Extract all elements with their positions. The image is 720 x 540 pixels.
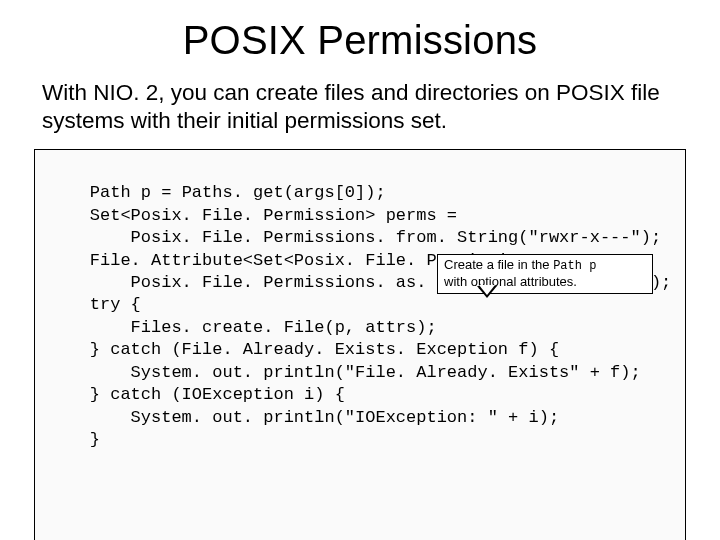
callout-line1-prefix: Create a file in the — [444, 257, 553, 272]
callout-line1-mono: Path p — [553, 259, 596, 273]
slide: POSIX Permissions With NIO. 2, you can c… — [0, 0, 720, 540]
callout-line2: with optional attributes. — [444, 274, 577, 289]
callout-box: Create a file in the Path p with optiona… — [437, 254, 653, 294]
callout-pointer-icon — [477, 286, 497, 298]
page-title: POSIX Permissions — [32, 18, 688, 63]
code-block: Path p = Paths. get(args[0]); Set<Posix.… — [34, 149, 686, 540]
code-text: Path p = Paths. get(args[0]); Set<Posix.… — [49, 183, 671, 449]
body-paragraph: With NIO. 2, you can create files and di… — [38, 79, 688, 135]
